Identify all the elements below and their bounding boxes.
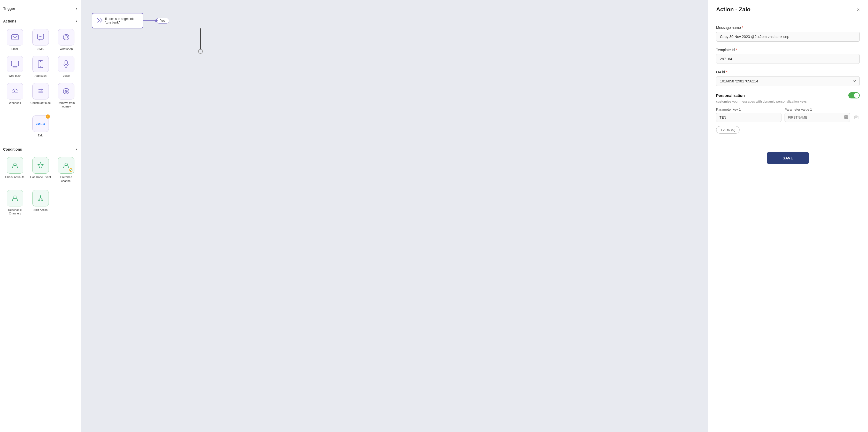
message-name-input[interactable] bbox=[716, 32, 860, 41]
action-app-push-label: App push bbox=[35, 74, 46, 78]
required-star-3: * bbox=[726, 70, 727, 74]
action-web-push[interactable]: Web push bbox=[3, 54, 27, 79]
action-whatsapp-label: WhatsApp bbox=[60, 47, 73, 51]
canvas: If user is in segment: "zns bank" Yes bbox=[82, 0, 708, 432]
action-email[interactable]: Email bbox=[3, 27, 27, 52]
web-push-icon bbox=[7, 56, 23, 72]
conditions-section-header: Conditions ▲ bbox=[3, 147, 78, 151]
svg-point-3 bbox=[40, 36, 41, 37]
reachable-icon bbox=[7, 190, 23, 207]
param-value-label: Parameter value 1 bbox=[784, 107, 850, 111]
actions-arrow: ▲ bbox=[75, 20, 78, 23]
action-app-push[interactable]: App push bbox=[29, 54, 52, 79]
svg-point-10 bbox=[40, 66, 41, 67]
svg-rect-9 bbox=[40, 61, 41, 62]
flow-reachable-label: Reachable Channels bbox=[4, 208, 26, 215]
required-star-2: * bbox=[736, 48, 737, 52]
personalization-title: Personalization bbox=[716, 93, 745, 98]
vertical-connector bbox=[200, 28, 203, 54]
action-zalo-label: Zalo bbox=[38, 133, 43, 137]
param-value-wrapper bbox=[784, 113, 850, 122]
remove-journey-icon bbox=[58, 83, 74, 99]
yes-badge: Yes bbox=[156, 18, 169, 24]
action-sms[interactable]: SMS bbox=[29, 27, 52, 52]
flow-reachable[interactable]: Reachable Channels bbox=[3, 188, 27, 217]
param-value-col: Parameter value 1 bbox=[784, 107, 850, 122]
condition-preferred[interactable]: Preferred channel bbox=[55, 156, 78, 184]
action-update-attr[interactable]: Update attribute bbox=[29, 82, 52, 110]
personalization-header: Personalization bbox=[716, 92, 860, 98]
sms-icon bbox=[32, 29, 49, 45]
connector bbox=[144, 21, 156, 21]
action-update-attr-label: Update attribute bbox=[30, 101, 51, 105]
action-remove-journey-label: Remove from journey bbox=[56, 101, 77, 109]
webhook-icon bbox=[7, 83, 23, 99]
panel-body: Message name * Template Id * OA id * 101… bbox=[708, 18, 868, 147]
condition-preferred-label: Preferred channel bbox=[56, 175, 77, 183]
right-panel: Action - Zalo × Message name * Template … bbox=[708, 0, 868, 432]
condition-has-done[interactable]: Has Done Event bbox=[29, 156, 52, 184]
message-name-label: Message name * bbox=[716, 26, 860, 30]
close-button[interactable]: × bbox=[857, 7, 860, 12]
action-sms-label: SMS bbox=[37, 47, 44, 51]
action-web-push-label: Web push bbox=[8, 74, 21, 78]
flow-split[interactable]: Split Action bbox=[29, 188, 52, 217]
segment-text: If user is in segment: "zns bank" bbox=[105, 17, 134, 24]
trigger-section: Trigger ▼ bbox=[3, 4, 78, 13]
param-key-label: Parameter key 1 bbox=[716, 107, 781, 111]
personalization-toggle[interactable] bbox=[848, 92, 860, 98]
whatsapp-icon bbox=[58, 29, 74, 45]
condition-check-attr-label: Check Attribute bbox=[5, 175, 25, 179]
svg-marker-20 bbox=[38, 162, 43, 168]
has-done-icon bbox=[32, 157, 49, 174]
param-delete-button[interactable] bbox=[853, 114, 860, 122]
svg-point-25 bbox=[38, 200, 39, 201]
action-zalo[interactable]: ZALO 1 Zalo bbox=[3, 114, 78, 139]
svg-rect-11 bbox=[65, 60, 67, 65]
action-remove-journey[interactable]: Remove from journey bbox=[55, 82, 78, 110]
action-email-label: Email bbox=[11, 47, 19, 51]
param-icon-button[interactable] bbox=[844, 115, 848, 120]
template-id-group: Template Id * bbox=[716, 48, 860, 64]
conditions-label: Conditions bbox=[3, 147, 22, 151]
personalization-section: Personalization customise your messages … bbox=[716, 92, 860, 133]
template-id-input[interactable] bbox=[716, 54, 860, 64]
segment-box[interactable]: If user is in segment: "zns bank" bbox=[92, 13, 144, 28]
oa-id-group: OA id * 1016858729817056214 bbox=[716, 70, 860, 86]
personalization-desc: customise your messages with dynamic per… bbox=[716, 99, 860, 103]
panel-footer: SAVE bbox=[708, 147, 868, 172]
app-push-icon bbox=[32, 56, 49, 72]
svg-point-28 bbox=[845, 117, 847, 118]
conditions-grid: Check Attribute Has Done Event Preferred… bbox=[3, 156, 78, 184]
conditions-arrow: ▲ bbox=[75, 148, 78, 151]
param-key-col: Parameter key 1 bbox=[716, 107, 781, 122]
svg-point-5 bbox=[63, 34, 69, 40]
action-webhook[interactable]: Webhook bbox=[3, 82, 27, 110]
param-key-input[interactable] bbox=[716, 113, 781, 122]
action-webhook-label: Webhook bbox=[9, 101, 21, 105]
param-value-input[interactable] bbox=[784, 113, 850, 122]
action-whatsapp[interactable]: WhatsApp bbox=[55, 27, 78, 52]
save-button[interactable]: SAVE bbox=[767, 152, 809, 164]
condition-check-attr[interactable]: Check Attribute bbox=[3, 156, 27, 184]
action-voice[interactable]: Voice bbox=[55, 54, 78, 79]
oa-id-select-wrapper: 1016858729817056214 bbox=[716, 76, 860, 86]
svg-rect-7 bbox=[13, 66, 17, 67]
svg-point-26 bbox=[41, 200, 43, 201]
actions-section-header: Actions ▲ bbox=[3, 19, 78, 23]
sidebar: Trigger ▼ Actions ▲ Email SMS WhatsApp bbox=[0, 0, 82, 432]
zalo-icon: ZALO 1 bbox=[32, 116, 49, 132]
panel-title: Action - Zalo bbox=[716, 6, 750, 13]
oa-id-select[interactable]: 1016858729817056214 bbox=[716, 76, 860, 86]
action-voice-label: Voice bbox=[63, 74, 70, 78]
oa-id-label: OA id * bbox=[716, 70, 860, 74]
svg-point-4 bbox=[41, 36, 42, 37]
flow-split-label: Split Action bbox=[34, 208, 48, 212]
add-button-wrapper: + ADD (9) bbox=[716, 126, 860, 133]
add-parameter-button[interactable]: + ADD (9) bbox=[716, 126, 740, 133]
segment-icon bbox=[97, 18, 102, 24]
svg-rect-6 bbox=[11, 61, 19, 66]
template-id-label: Template Id * bbox=[716, 48, 860, 52]
update-attr-icon bbox=[32, 83, 49, 99]
preferred-icon bbox=[58, 157, 74, 174]
